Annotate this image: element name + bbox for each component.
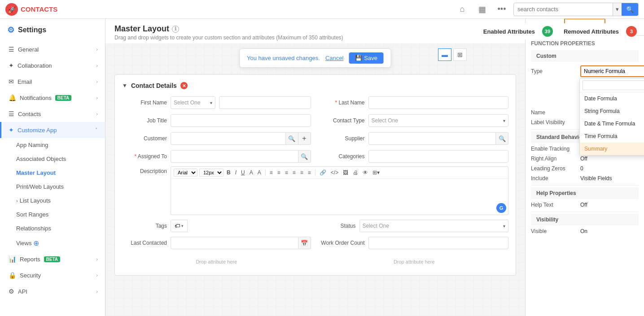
font-size-select[interactable]: 12px <box>199 169 223 177</box>
supplier-search-button[interactable]: 🔍 <box>496 132 508 145</box>
align-left-button[interactable]: ≡ <box>268 169 274 176</box>
underline-button[interactable]: U <box>240 169 246 176</box>
job-title-input[interactable] <box>171 114 311 127</box>
date-picker-button[interactable]: 📅 <box>298 237 311 249</box>
dropdown-search-input[interactable] <box>583 80 644 90</box>
sidebar-sub-sort-ranges[interactable]: Sort Ranges <box>9 208 105 221</box>
page-title: Master Layout ℹ <box>114 24 516 34</box>
tags-button[interactable]: 🏷 ▾ <box>171 220 188 232</box>
last-name-input[interactable] <box>368 96 509 109</box>
font-family-select[interactable]: Arial <box>174 169 197 177</box>
link-button[interactable]: 🔗 <box>318 169 328 176</box>
dropdown-option-time-formula[interactable]: Time Formula <box>580 130 644 143</box>
sidebar-sub-views[interactable]: Views ⊕ <box>9 235 105 251</box>
grammarly-button[interactable]: G <box>496 203 506 213</box>
collapse-icon[interactable]: ▼ <box>122 82 127 89</box>
info-icon[interactable]: ℹ <box>172 26 179 33</box>
supplier-input[interactable] <box>368 132 496 145</box>
status-select-text: Select One <box>363 223 389 229</box>
sidebar-item-contacts[interactable]: ☰ Contacts › <box>0 106 105 122</box>
multi-column-view-button[interactable]: ⊞ <box>453 48 467 61</box>
sidebar-sub-print-layouts[interactable]: Print/Web Layouts <box>9 180 105 194</box>
type-row: Type 🔍 Date Formula String Formula <box>531 65 639 77</box>
highlight-button[interactable]: A <box>256 169 263 176</box>
sidebar-item-contacts-label: Contacts <box>18 111 41 117</box>
outdent-button[interactable]: ≡ <box>307 169 312 176</box>
sidebar-item-email[interactable]: ✉ Email › <box>0 74 105 90</box>
customer-input-group: 🔍 + <box>171 132 311 145</box>
last-name-label: Last Name <box>320 100 365 106</box>
description-body[interactable]: G <box>171 179 508 215</box>
dropdown-option-date-time-formula[interactable]: Date & Time Formula <box>580 117 644 130</box>
sidebar-item-notifications-label: Notifications <box>20 95 52 101</box>
sidebar-sub-relationships[interactable]: Relationships <box>9 221 105 235</box>
sidebar-item-reports[interactable]: 📊 Reports BETA › <box>0 251 105 267</box>
visibility-section: Visibility <box>531 214 639 225</box>
type-input[interactable] <box>580 65 644 77</box>
sidebar-item-security[interactable]: 🔒 Security › <box>0 267 105 283</box>
text-color-button[interactable]: A <box>248 169 254 176</box>
last-contacted-input[interactable] <box>171 237 298 249</box>
first-name-select[interactable]: Select One ▾ <box>171 96 215 109</box>
justify-button[interactable]: ≡ <box>291 169 297 176</box>
remove-section-button[interactable]: ✕ <box>180 82 188 89</box>
italic-button[interactable]: I <box>234 169 238 176</box>
sidebar-item-customize-label: Customize App <box>18 127 57 134</box>
cancel-button[interactable]: Cancel <box>325 55 343 61</box>
search-dropdown-button[interactable]: ▾ <box>613 3 622 16</box>
sidebar-item-api[interactable]: ⚙ API › <box>0 283 105 299</box>
job-title-label: Job Title <box>122 117 167 124</box>
drop-zone-right[interactable]: Drop attribute here <box>320 255 509 268</box>
sidebar-item-collaboration[interactable]: ✦ Collaboration › <box>0 57 105 74</box>
customer-add-button[interactable]: + <box>298 132 311 145</box>
assigned-search-button[interactable]: 🔍 <box>298 150 311 163</box>
align-center-button[interactable]: ≡ <box>276 169 282 176</box>
canvas-area[interactable]: You have unsaved changes. Cancel 💾 Save … <box>105 44 525 316</box>
customer-input[interactable] <box>171 132 286 145</box>
sidebar-item-notifications[interactable]: 🔔 Notifications BETA › <box>0 90 105 106</box>
dropdown-option-string-formula[interactable]: String Formula <box>580 105 644 117</box>
include-value: Visible Fields <box>580 175 639 182</box>
customer-search-button[interactable]: 🔍 <box>286 132 298 145</box>
indent-button[interactable]: ≡ <box>299 169 305 176</box>
add-view-button[interactable]: ⊕ <box>33 239 39 247</box>
drop-zone-left[interactable]: Drop attribute here <box>122 255 311 268</box>
table-button[interactable]: ⊞▾ <box>371 169 381 176</box>
sidebar-item-general[interactable]: ☰ General › <box>0 41 105 57</box>
single-column-view-button[interactable]: ▬ <box>438 48 451 61</box>
sidebar-sub-list-layouts[interactable]: › List Layouts <box>9 194 105 208</box>
home-button[interactable]: ⌂ <box>454 1 470 17</box>
type-label: Type <box>531 68 580 74</box>
description-row: Description Arial 12px B I U A A <box>122 166 508 215</box>
view-source-button[interactable]: 👁 <box>361 169 369 176</box>
tags-input: 🏷 ▾ <box>171 220 188 232</box>
contact-type-select[interactable]: Select One ▾ <box>368 114 509 127</box>
first-name-input[interactable] <box>219 96 311 109</box>
sidebar-sub-associated-objects[interactable]: Associated Objects <box>9 152 105 166</box>
align-right-button[interactable]: ≡ <box>284 169 289 176</box>
work-order-count-input[interactable] <box>368 237 509 249</box>
dropdown-option-date-formula[interactable]: Date Formula <box>580 92 644 105</box>
bold-button[interactable]: B <box>225 169 232 176</box>
code-button[interactable]: </> <box>329 169 340 176</box>
assigned-to-input[interactable] <box>171 150 298 163</box>
unsaved-changes-bar: You have unsaved changes. Cancel 💾 Save <box>239 48 391 68</box>
search-input[interactable] <box>514 6 613 13</box>
sidebar-item-customize[interactable]: ✦ Customize App ˅ <box>0 122 105 138</box>
reports-beta-badge: BETA <box>44 256 60 262</box>
sidebar-sub-app-naming[interactable]: App Naming <box>9 138 105 152</box>
search-go-button[interactable]: 🔍 <box>622 3 638 16</box>
save-button[interactable]: 💾 Save <box>349 52 384 64</box>
categories-input[interactable] <box>368 150 509 163</box>
dropdown-option-summary[interactable]: Summary <box>580 143 644 155</box>
image-button[interactable]: 🖼 <box>342 169 350 176</box>
work-order-count-row: Work Order Count <box>320 237 509 249</box>
enable-tracking-label: Enable Tracking <box>531 146 580 152</box>
print-button[interactable]: 🖨 <box>351 169 359 176</box>
status-label: Status <box>329 223 356 229</box>
sidebar-sub-master-layout[interactable]: Master Layout <box>9 166 105 180</box>
chevron-right-icon: › <box>96 95 98 100</box>
status-select[interactable]: Select One ▾ <box>359 220 509 232</box>
more-button[interactable]: ••• <box>494 1 510 17</box>
chart-button[interactable]: ▦ <box>474 1 490 17</box>
